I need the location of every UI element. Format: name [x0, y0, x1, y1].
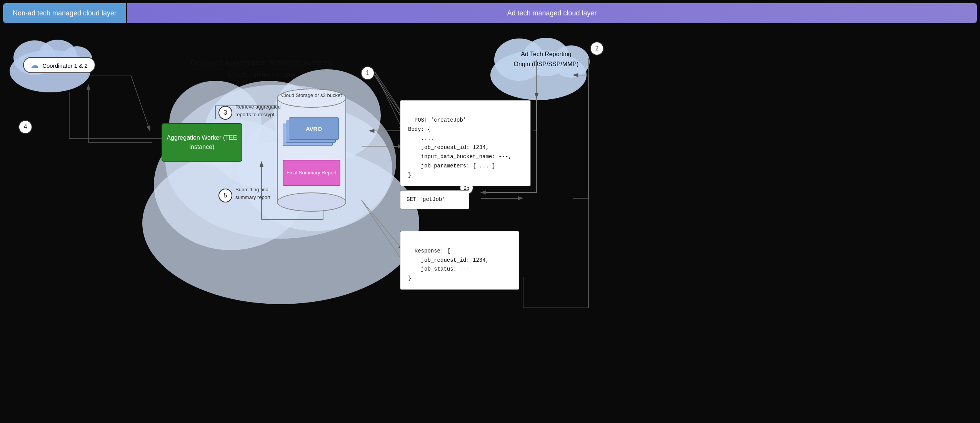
- badge-5: 5: [218, 189, 232, 202]
- top-banner: Non-ad tech managed cloud layer Ad tech …: [0, 0, 980, 26]
- step5-label: Submitting final summary report: [235, 186, 285, 201]
- summary-label: Final Summary Report: [287, 170, 337, 176]
- coordinator-label: ☁ Coordinator 1 & 2: [23, 57, 95, 73]
- avro-label: AVRO: [306, 125, 322, 132]
- ad-tech-label: Ad tech managed cloud layer: [507, 9, 597, 17]
- worker-label: Aggregation Worker (TEE instance): [162, 133, 242, 152]
- response-text: Response: { job_request_id: 1234, job_st…: [408, 248, 489, 281]
- coordinator-text: Coordinator 1 & 2: [42, 62, 88, 69]
- create-job-box: POST 'createJob' Body: { .... job_reques…: [400, 100, 531, 186]
- worker-box: Aggregation Worker (TEE instance): [162, 123, 242, 162]
- storage-text: Cloud Storage or s3 bucket: [281, 92, 342, 98]
- service-title-text: Deployed Aggregation Service in Adtech's…: [190, 59, 333, 79]
- summary-report-box: Final Summary Report: [283, 160, 340, 186]
- ad-tech-banner: Ad tech managed cloud layer: [127, 3, 977, 23]
- badge-4: 4: [18, 120, 32, 134]
- badge-3: 3: [218, 106, 232, 120]
- step3-label: Retrieve aggregated reports to decrypt: [235, 103, 285, 118]
- storage-label: Cloud Storage or s3 bucket: [277, 92, 346, 99]
- response-box: Response: { job_request_id: 1234, job_st…: [400, 231, 519, 290]
- get-job-text: GET 'getJob': [407, 196, 445, 202]
- avro-stack: AVRO: [283, 117, 340, 150]
- adtech-text: Ad Tech ReportingOrigin (DSP/SSP/MMP): [514, 51, 579, 67]
- diagram-arrows: [0, 0, 980, 423]
- storage-cylinder: Cloud Storage or s3 bucket AVRO Final Su…: [277, 89, 346, 212]
- create-job-text: POST 'createJob' Body: { .... job_reques…: [408, 117, 512, 178]
- service-title: Deployed Aggregation Service in Adtech's…: [177, 57, 346, 80]
- svg-line-18: [375, 72, 403, 131]
- get-job-box: GET 'getJob': [400, 190, 469, 209]
- badge-1: 1: [361, 66, 375, 80]
- adtech-label: Ad Tech ReportingOrigin (DSP/SSP/MMP): [496, 49, 596, 69]
- non-ad-tech-label: Non-ad tech managed cloud layer: [13, 9, 117, 17]
- non-ad-tech-banner: Non-ad tech managed cloud layer: [3, 3, 126, 23]
